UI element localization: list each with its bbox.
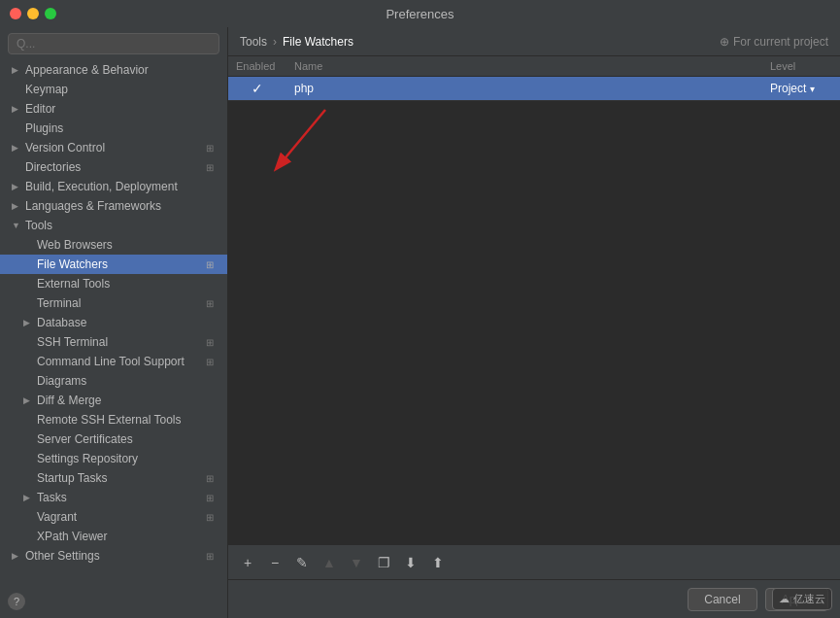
sidebar-item-label: Web Browsers [37, 238, 113, 252]
sidebar-item-label: Tasks [37, 491, 67, 504]
sync-icon: ⊞ [206, 337, 219, 348]
table-container: Enabled Name Level [228, 56, 840, 101]
search-input[interactable] [8, 33, 219, 54]
breadcrumb-scope: ⊕ For current project [720, 35, 828, 49]
sidebar-item-label: Plugins [25, 121, 63, 135]
sync-icon: ⊞ [206, 143, 219, 154]
sidebar-list: ▶ Appearance & Behavior Keymap ▶ Editor … [0, 60, 227, 618]
sidebar-item-directories[interactable]: Directories ⊞ [0, 157, 227, 177]
sidebar-item-version-control[interactable]: ▶ Version Control ⊞ [0, 138, 227, 157]
sidebar-item-label: Server Certificates [37, 432, 133, 446]
sidebar-item-ssh-terminal[interactable]: SSH Terminal ⊞ [0, 332, 227, 352]
sidebar-item-server-certificates[interactable]: Server Certificates [0, 429, 227, 449]
watchers-table: Enabled Name Level [228, 56, 840, 101]
move-down-button[interactable]: ▼ [345, 552, 368, 573]
arrow-icon: ▶ [12, 551, 21, 561]
sidebar-item-other-settings[interactable]: ▶ Other Settings ⊞ [0, 546, 227, 566]
watermark-icon: ☁ [779, 593, 790, 605]
search-box [0, 27, 227, 60]
sync-icon: ⊞ [206, 357, 219, 367]
cell-enabled: ✓ [228, 77, 286, 101]
sync-icon: ⊞ [206, 298, 219, 309]
arrow-icon: ▶ [23, 493, 33, 502]
copy-button[interactable]: ❐ [372, 552, 395, 573]
checkbox-checked-icon: ✓ [252, 81, 263, 96]
watermark: ☁ 亿速云 [772, 588, 832, 610]
col-header-enabled: Enabled [228, 56, 286, 77]
add-button[interactable]: + [236, 552, 259, 573]
sidebar-item-xpath-viewer[interactable]: XPath Viewer [0, 527, 227, 546]
arrow-icon: ▶ [12, 104, 21, 114]
sidebar-item-label: Database [37, 316, 86, 329]
sidebar-item-label: Vagrant [37, 510, 77, 524]
sidebar-item-languages-frameworks[interactable]: ▶ Languages & Frameworks [0, 196, 227, 216]
minimize-button[interactable] [27, 8, 39, 19]
scope-icon: ⊕ [720, 35, 729, 49]
breadcrumb-separator: › [273, 35, 277, 49]
cell-name: php [286, 77, 762, 101]
remove-button[interactable]: − [263, 552, 286, 573]
sidebar-item-keymap[interactable]: Keymap [0, 80, 227, 99]
edit-button[interactable]: ✎ [290, 552, 314, 573]
cancel-button[interactable]: Cancel [688, 588, 756, 611]
breadcrumb: Tools › File Watchers ⊕ For current proj… [228, 27, 840, 56]
maximize-button[interactable] [45, 8, 56, 19]
sidebar-item-database[interactable]: ▶ Database [0, 313, 227, 332]
title-bar: Preferences [0, 0, 840, 27]
sidebar-item-label: Appearance & Behavior [25, 63, 149, 77]
close-button[interactable] [10, 8, 21, 19]
sidebar-item-command-line-tool-support[interactable]: Command Line Tool Support ⊞ [0, 352, 227, 371]
sidebar-item-label: XPath Viewer [37, 530, 108, 543]
sidebar-item-label: Startup Tasks [37, 471, 107, 485]
watermark-text: 亿速云 [793, 592, 825, 606]
arrow-icon: ▶ [12, 201, 21, 211]
sidebar-item-label: SSH Terminal [37, 335, 108, 349]
dropdown-arrow-icon[interactable]: ▾ [810, 84, 815, 94]
sidebar-item-build-execution[interactable]: ▶ Build, Execution, Deployment [0, 177, 227, 196]
sidebar-item-label: Settings Repository [37, 452, 138, 465]
arrow-icon: ▶ [12, 143, 21, 153]
sidebar-item-label: File Watchers [37, 258, 108, 271]
sidebar-item-web-browsers[interactable]: Web Browsers [0, 235, 227, 255]
arrow-icon: ▶ [23, 395, 33, 405]
sidebar-item-remote-ssh-external-tools[interactable]: Remote SSH External Tools [0, 410, 227, 429]
sidebar-item-tasks[interactable]: ▶ Tasks ⊞ [0, 488, 227, 507]
table-toolbar: + − ✎ ▲ ▼ ❐ ⬇ ⬆ [228, 544, 840, 579]
sidebar-item-external-tools[interactable]: External Tools [0, 274, 227, 293]
sidebar-item-settings-repository[interactable]: Settings Repository [0, 449, 227, 468]
sidebar-item-label: Languages & Frameworks [25, 199, 161, 213]
sidebar-item-appearance-behavior[interactable]: ▶ Appearance & Behavior [0, 60, 227, 80]
sync-icon: ⊞ [206, 162, 219, 173]
sync-icon: ⊞ [206, 493, 219, 503]
sidebar-item-plugins[interactable]: Plugins [0, 119, 227, 138]
sidebar-item-label: Terminal [37, 296, 81, 310]
window-title: Preferences [386, 7, 454, 21]
breadcrumb-current: File Watchers [283, 35, 353, 49]
sidebar-item-diff-merge[interactable]: ▶ Diff & Merge [0, 391, 227, 410]
export-button[interactable]: ⬆ [426, 552, 450, 573]
content-area: Tools › File Watchers ⊕ For current proj… [228, 27, 840, 618]
sidebar-item-label: Diff & Merge [37, 394, 101, 407]
arrow-icon: ▼ [12, 221, 21, 230]
sidebar-item-label: Keymap [25, 83, 68, 96]
sidebar-item-tools[interactable]: ▼ Tools [0, 216, 227, 235]
help-button[interactable]: ? [8, 593, 25, 610]
cell-level: Project ▾ [762, 77, 840, 101]
sidebar-item-vagrant[interactable]: Vagrant ⊞ [0, 507, 227, 527]
breadcrumb-parent[interactable]: Tools [240, 35, 267, 49]
sidebar-item-diagrams[interactable]: Diagrams [0, 371, 227, 391]
table-row[interactable]: ✓ php Project ▾ [228, 77, 840, 101]
sidebar-item-file-watchers[interactable]: File Watchers ⊞ [0, 255, 227, 274]
sync-icon: ⊞ [206, 473, 219, 484]
move-up-button[interactable]: ▲ [318, 552, 341, 573]
sidebar-item-label: External Tools [37, 277, 110, 291]
import-button[interactable]: ⬇ [399, 552, 422, 573]
sidebar-item-startup-tasks[interactable]: Startup Tasks ⊞ [0, 468, 227, 488]
window-controls [10, 8, 56, 19]
sidebar-item-editor[interactable]: ▶ Editor [0, 99, 227, 119]
sidebar-item-label: Directories [25, 160, 81, 174]
bottom-bar: Cancel App... [228, 579, 840, 618]
sync-icon: ⊞ [206, 259, 219, 270]
sidebar-item-terminal[interactable]: Terminal ⊞ [0, 293, 227, 313]
arrow-icon: ▶ [12, 65, 21, 75]
